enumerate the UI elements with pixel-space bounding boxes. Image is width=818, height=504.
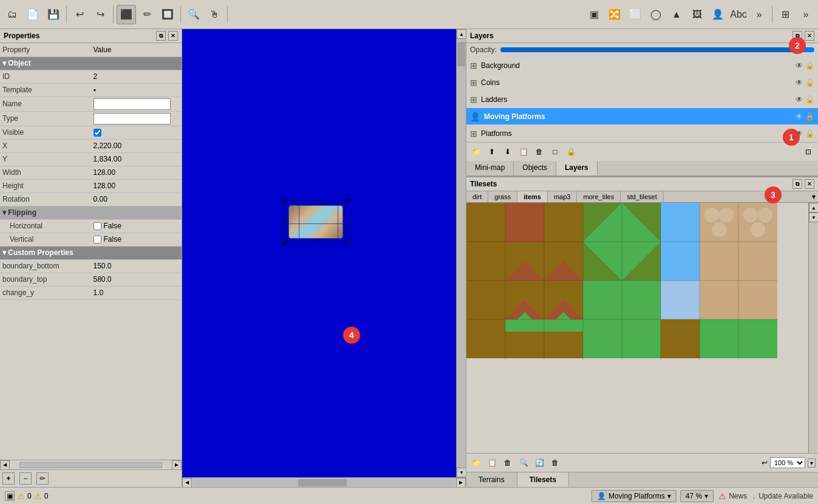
tile-2-7[interactable] (738, 281, 777, 319)
layer-select-region-btn[interactable]: ⊡ (801, 145, 816, 159)
zoom-button[interactable]: 🔍 (184, 5, 203, 24)
handle-mid-right[interactable]: → (344, 219, 350, 225)
tilesets-vscrollbar[interactable]: ▲ ▼ (808, 203, 818, 453)
tileset-tab-std[interactable]: std_tileset (621, 191, 664, 202)
tileset-tab-items[interactable]: items (517, 191, 548, 202)
layer-platforms-visibility-btn[interactable]: 👁 (796, 129, 803, 138)
tile-3-5[interactable] (661, 319, 700, 358)
vertical-checkbox[interactable] (94, 236, 101, 243)
tool-r3[interactable]: ⬜ (625, 5, 645, 24)
tile-3-6[interactable] (700, 319, 738, 358)
prop-type-value[interactable] (91, 111, 182, 126)
horizontal-checkbox[interactable] (94, 222, 101, 230)
tile-3-3[interactable] (583, 319, 622, 358)
tile-3-7[interactable] (738, 319, 777, 358)
edit-property-button[interactable]: ✏ (36, 472, 49, 485)
tileset-magnify-btn[interactable]: 🔍 (516, 455, 531, 470)
handle-top-center[interactable]: ↑ (313, 198, 319, 204)
add-property-button[interactable]: + (2, 472, 15, 485)
tile-2-0[interactable] (466, 281, 505, 319)
vscroll-down-btn[interactable]: ▼ (457, 468, 466, 477)
layers-float-btn[interactable]: ⧉ (792, 31, 802, 41)
layer-platforms-lock-btn[interactable]: 🔓 (805, 129, 814, 138)
hscroll-canvas-thumb[interactable] (298, 479, 347, 486)
tab-objects[interactable]: Objects (514, 161, 556, 175)
prop-name-value[interactable] (91, 97, 182, 111)
tile-0-1[interactable] (505, 203, 544, 242)
bottom-tab-tilesets[interactable]: Tilesets (517, 472, 569, 487)
tool-r7[interactable]: 👤 (708, 5, 728, 24)
layer-ladders-visibility-btn[interactable]: 👁 (796, 95, 803, 104)
tile-0-2[interactable] (544, 203, 583, 242)
layer-item-platforms[interactable]: ⊞ Platforms 👁 🔓 (466, 125, 818, 142)
hscroll-left-btn[interactable]: ◀ (0, 460, 10, 470)
layer-item-coins[interactable]: ⊞ Coins 👁 🔓 (466, 74, 818, 91)
layer-moving-platforms-lock-btn[interactable]: 🔓 (805, 112, 814, 121)
canvas-background[interactable]: ↖ ↑ ↗ ← → ↙ ↓ ↘ 4 (182, 29, 456, 477)
opacity-slider[interactable] (500, 47, 814, 52)
new-file-button[interactable]: 🗂 (2, 5, 22, 24)
tileset-tab-map3[interactable]: map3 (548, 191, 578, 202)
hscroll-track[interactable] (19, 462, 162, 468)
tileset-scroll-area[interactable] (466, 203, 808, 453)
tile-2-3[interactable] (583, 281, 622, 319)
hscroll-right-btn[interactable]: ▶ (172, 460, 182, 470)
tool-more[interactable]: » (749, 5, 769, 24)
select-button[interactable]: ⬛ (117, 5, 136, 24)
tileset-clear-btn[interactable]: 🗑 (548, 455, 562, 470)
layer-move-down-btn[interactable]: ⬇ (500, 145, 515, 159)
handle-top-right[interactable]: ↗ (344, 198, 350, 204)
cursor-button[interactable]: 🖱 (205, 5, 224, 24)
properties-hscrollbar[interactable]: ◀ ▶ (0, 460, 182, 469)
hscroll-canvas-track[interactable] (194, 479, 454, 486)
properties-close-btn[interactable]: ✕ (168, 31, 178, 41)
rect-button[interactable]: 🔲 (158, 5, 177, 24)
visible-checkbox[interactable] (94, 129, 101, 137)
canvas-scroll[interactable]: ↖ ↑ ↗ ← → ↙ ↓ ↘ 4 (182, 29, 456, 477)
tileset-tab-dirt[interactable]: dirt (466, 191, 488, 202)
tileset-tab-arrow[interactable]: ▾ (809, 191, 818, 202)
tile-1-6[interactable] (700, 242, 738, 281)
tileset-zoom-undo-btn[interactable]: ↩ (762, 458, 768, 467)
tilesets-close-btn[interactable]: ✕ (805, 179, 814, 189)
properties-float-btn[interactable]: ⧉ (156, 31, 166, 41)
tileset-new-btn[interactable]: 📁 (469, 455, 483, 470)
tileset-remove-btn[interactable]: 🗑 (500, 455, 515, 470)
tab-layers[interactable]: Layers (556, 161, 598, 175)
tile-1-5[interactable] (661, 242, 700, 281)
layer-delete-btn[interactable]: 🗑 (532, 145, 547, 159)
tileset-tab-more-tiles[interactable]: more_tiles (577, 191, 621, 202)
tileset-embed-btn[interactable]: 📋 (485, 455, 499, 470)
tileset-scroll-down[interactable]: ▼ (809, 213, 818, 222)
hscroll-canvas-right-btn[interactable]: ▶ (456, 478, 466, 488)
bottom-tab-terrains[interactable]: Terrains (466, 472, 517, 487)
tileset-zoom-select[interactable]: 100 % 50 % 200 % (770, 457, 805, 468)
remove-property-button[interactable]: − (19, 472, 32, 485)
layer-item-moving-platforms[interactable]: 👤 Moving Platforms 👁 🔓 1 (466, 108, 818, 125)
tile-2-6[interactable] (700, 281, 738, 319)
handle-top-left[interactable]: ↖ (281, 198, 287, 204)
undo-button[interactable]: ↩ (70, 5, 89, 24)
stamp-button[interactable]: ✏ (137, 5, 157, 24)
layer-duplicate-btn[interactable]: 📋 (516, 145, 531, 159)
vscroll-track[interactable] (457, 39, 466, 468)
status-layers-btn[interactable]: ▣ (5, 491, 15, 501)
tileset-refresh-btn[interactable]: 🔄 (532, 455, 547, 470)
tile-0-5[interactable] (661, 203, 700, 242)
open-file-button[interactable]: 📄 (23, 5, 43, 24)
status-layer-selector[interactable]: 👤 Moving Platforms ▾ (591, 490, 677, 502)
tileset-tab-grass[interactable]: grass (488, 191, 517, 202)
tile-1-7[interactable] (738, 242, 777, 281)
save-button[interactable]: 💾 (44, 5, 63, 24)
layer-item-ladders[interactable]: ⊞ Ladders 👁 🔓 (466, 91, 818, 108)
tile-2-5[interactable] (661, 281, 700, 319)
tileset-zoom-dropdown-btn[interactable]: ▾ (808, 458, 816, 468)
handle-bottom-right[interactable]: ↘ (344, 240, 350, 246)
layer-add-group-btn[interactable]: 📁 (469, 145, 483, 159)
layers-close-btn[interactable]: ✕ (805, 31, 814, 41)
tool-end[interactable]: » (796, 5, 816, 24)
layer-move-up-btn[interactable]: ⬆ (485, 145, 499, 159)
tile-0-0[interactable] (466, 203, 505, 242)
tile-2-4[interactable] (622, 281, 661, 319)
status-zoom-selector[interactable]: 47 % ▾ (680, 490, 714, 502)
